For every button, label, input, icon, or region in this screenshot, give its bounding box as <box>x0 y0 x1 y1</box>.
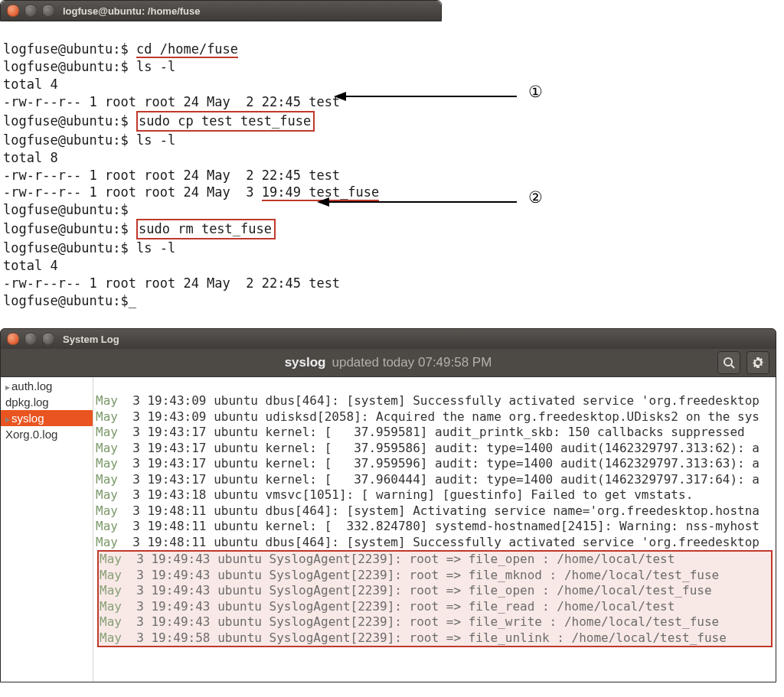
output-line: -rw-r--r-- 1 root root 24 May 2 22:45 te… <box>3 94 340 109</box>
output-line: -rw-r--r-- 1 root root 24 May 2 22:45 te… <box>3 168 340 183</box>
log-line: May 3 19:43:17 ubuntu kernel: [ 37.96044… <box>96 472 776 487</box>
syslog-window: System Log syslog updated today 07:49:58… <box>0 328 776 682</box>
svg-line-3 <box>731 365 734 368</box>
log-line: May 3 19:49:43 ubuntu SyslogAgent[2239]:… <box>100 599 771 614</box>
callout-2: ② <box>528 188 543 207</box>
log-line: May 3 19:49:43 ubuntu SyslogAgent[2239]:… <box>100 568 771 583</box>
sidebar-item-authlog[interactable]: auth.log <box>1 378 93 394</box>
log-line: May 3 19:48:11 ubuntu dbus[464]: [system… <box>96 503 776 519</box>
output-line: total 8 <box>3 150 58 165</box>
log-line: May 3 19:49:43 ubuntu SyslogAgent[2239]:… <box>100 614 771 630</box>
log-line: May 3 19:43:17 ubuntu kernel: [ 37.95959… <box>96 456 776 471</box>
search-icon[interactable] <box>717 351 740 374</box>
output-line: -rw-r--r-- 1 root root 24 May 3 19:49 te… <box>3 184 379 201</box>
cmd-cd: cd /home/fuse <box>136 41 238 58</box>
cmd-rm-highlight: sudo rm test_fuse <box>136 219 276 239</box>
close-icon[interactable] <box>7 333 19 345</box>
sidebar-item-syslog[interactable]: syslog <box>1 410 93 426</box>
log-line: May 3 19:43:17 ubuntu kernel: [ 37.95958… <box>96 441 776 456</box>
prompt: logfuse@ubuntu:$ <box>3 132 129 148</box>
terminal-window: logfuse@ubuntu: /home/fuse <box>0 0 442 21</box>
syslog-sidebar: auth.log dpkg.log syslog Xorg.0.log <box>1 377 93 682</box>
terminal-output[interactable]: logfuse@ubuntu:$ cd /home/fuse logfuse@u… <box>0 21 772 314</box>
prompt: logfuse@ubuntu:$ <box>3 41 129 57</box>
prompt: logfuse@ubuntu:$ <box>3 221 129 236</box>
syslog-log-area[interactable]: May 3 19:43:09 ubuntu dbus[464]: [system… <box>93 377 776 682</box>
callout-1: ① <box>528 83 543 101</box>
time-highlight: 19:49 <box>262 184 301 201</box>
log-line: May 3 19:43:18 ubuntu vmsvc[1051]: [ war… <box>96 487 776 503</box>
prompt: logfuse@ubuntu:$ <box>3 59 129 74</box>
output-line: -rw-r--r-- 1 root root 24 May 2 22:45 te… <box>3 275 340 291</box>
prompt: logfuse@ubuntu:$ <box>3 202 129 217</box>
prompt: logfuse@ubuntu:$ <box>3 240 129 256</box>
minimize-icon[interactable] <box>24 333 37 345</box>
terminal-title: logfuse@ubuntu: /home/fuse <box>63 5 201 17</box>
log-line: May 3 19:43:17 ubuntu kernel: [ 37.95958… <box>96 425 776 440</box>
log-line: May 3 19:48:11 ubuntu dbus[464]: [system… <box>96 535 776 550</box>
output-line: total 4 <box>3 77 58 92</box>
maximize-icon[interactable] <box>42 333 54 345</box>
prompt-cursor[interactable]: logfuse@ubuntu:$ <box>3 293 136 308</box>
file-highlight: test_fuse <box>301 184 379 201</box>
prompt: logfuse@ubuntu:$ <box>3 113 129 129</box>
log-line: May 3 19:49:43 ubuntu SyslogAgent[2239]:… <box>100 552 771 567</box>
sidebar-item-dpkglog[interactable]: dpkg.log <box>1 394 93 410</box>
terminal-titlebar[interactable]: logfuse@ubuntu: /home/fuse <box>1 1 441 21</box>
syslog-title: System Log <box>63 334 119 345</box>
highlighted-log-block: May 3 19:49:43 ubuntu SyslogAgent[2239]:… <box>97 550 773 647</box>
close-icon[interactable] <box>7 5 19 17</box>
syslog-updated-text: updated today 07:49:58 PM <box>332 355 492 370</box>
gear-icon[interactable] <box>746 351 769 374</box>
cmd-ls: ls -l <box>136 59 175 74</box>
cmd-cp-highlight: sudo cp test test_fuse <box>136 111 315 132</box>
cmd-ls: ls -l <box>136 132 175 148</box>
log-line: May 3 19:49:43 ubuntu SyslogAgent[2239]:… <box>100 583 771 598</box>
sidebar-item-xorglog[interactable]: Xorg.0.log <box>1 426 93 442</box>
minimize-icon[interactable] <box>24 5 37 17</box>
syslog-subbar: syslog updated today 07:49:58 PM <box>1 349 776 376</box>
cmd-ls: ls -l <box>136 240 175 256</box>
maximize-icon[interactable] <box>42 5 54 17</box>
log-line: May 3 19:49:58 ubuntu SyslogAgent[2239]:… <box>100 630 771 646</box>
svg-point-2 <box>724 358 732 366</box>
log-line: May 3 19:43:09 ubuntu dbus[464]: [system… <box>96 393 776 409</box>
log-line: May 3 19:48:11 ubuntu kernel: [ 332.8247… <box>96 519 776 534</box>
syslog-titlebar[interactable]: System Log <box>1 329 776 349</box>
output-line: total 4 <box>3 258 58 273</box>
syslog-current-name: syslog <box>285 355 326 370</box>
log-line: May 3 19:43:09 ubuntu udisksd[2058]: Acq… <box>96 409 776 425</box>
